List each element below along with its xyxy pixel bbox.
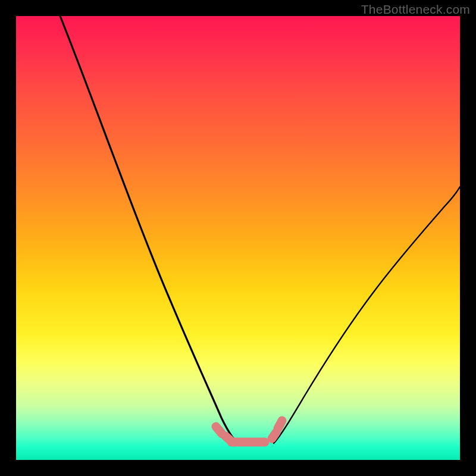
left-curve [60, 16, 238, 443]
watermark-text: TheBottleneck.com [361, 2, 470, 17]
bottom-dots [216, 421, 282, 442]
right-curve [274, 187, 460, 443]
chart-frame: TheBottleneck.com [0, 0, 476, 476]
curve-overlay [16, 16, 460, 460]
plot-area [16, 16, 460, 460]
